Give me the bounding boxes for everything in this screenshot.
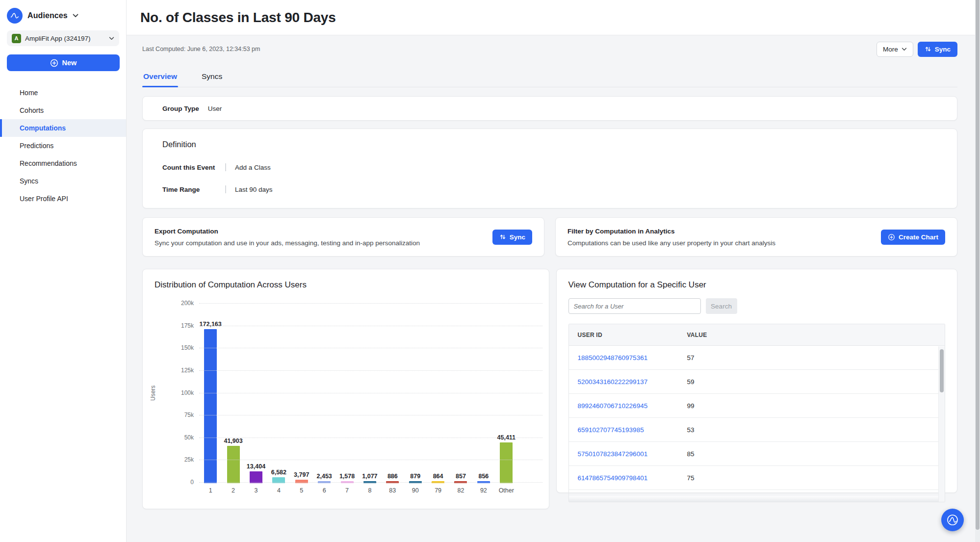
bar-value-label: 864 (433, 473, 443, 480)
x-tick-label: 83 (381, 487, 404, 494)
divider (225, 163, 226, 171)
more-button-label: More (883, 46, 898, 53)
last-computed-text: Last Computed: June 6, 2023, 12:34:53 pm (142, 46, 260, 52)
sidebar-nav: HomeCohortsComputationsPredictionsRecomm… (0, 84, 126, 207)
sidebar-item-home[interactable]: Home (0, 84, 126, 102)
table-scroll-fade (569, 496, 945, 502)
time-range-label: Time Range (162, 186, 225, 193)
x-tick-label: 8 (359, 487, 381, 494)
y-tick-label: 200k (158, 300, 194, 307)
table-row: 575010782384729600185 (569, 442, 945, 466)
gridline (199, 370, 542, 371)
x-tick-label: 2 (222, 487, 244, 494)
definition-title: Definition (162, 140, 937, 149)
chevron-down-icon (109, 37, 114, 40)
sidebar-item-recommendations[interactable]: Recommendations (0, 155, 126, 172)
table-scrollbar-thumb[interactable] (940, 349, 944, 392)
export-computation-card: Export Computation Sync your computation… (142, 217, 544, 257)
filter-title: Filter by Computation in Analytics (567, 228, 775, 235)
product-switcher[interactable]: Audiences (0, 0, 126, 30)
gridline (199, 326, 542, 326)
user-id-link[interactable]: 659102707745193985 (569, 426, 687, 434)
toolbar-actions: More Sync (877, 42, 957, 57)
y-tick-label: 100k (158, 389, 194, 396)
user-id-link[interactable]: 5750107823847296001 (569, 450, 687, 458)
page-scrollbar[interactable] (975, 0, 980, 542)
bar-value-label: 172,163 (200, 321, 222, 328)
bar-3[interactable] (250, 471, 262, 483)
user-search-input[interactable] (568, 298, 701, 314)
user-value: 53 (687, 426, 945, 434)
tab-overview[interactable]: Overview (142, 72, 178, 87)
sidebar-item-predictions[interactable]: Predictions (0, 137, 126, 155)
bar-slot: 879 (404, 473, 427, 483)
bar-slot: 172,163 (199, 321, 222, 483)
x-tick-label: 6 (313, 487, 335, 494)
user-id-link[interactable]: 5200343160222299137 (569, 378, 687, 386)
sidebar-item-user-profile-api[interactable]: User Profile API (0, 190, 126, 207)
x-axis-labels: 123456788390798292Other (199, 487, 518, 494)
create-chart-button[interactable]: Create Chart (881, 230, 945, 245)
bottom-row: Distribution of Computation Across Users… (142, 269, 957, 509)
bar-value-label: 886 (387, 473, 398, 480)
sync-button-label: Sync (935, 46, 951, 53)
page-scrollbar-thumb[interactable] (976, 0, 980, 530)
export-title: Export Computation (155, 228, 420, 235)
bar-value-label: 1,578 (339, 473, 355, 480)
bar-slot: 1,077 (359, 473, 381, 483)
bar-2[interactable] (227, 446, 240, 483)
export-description: Sync your computation and use in your ad… (155, 239, 420, 247)
group-type-card: Group Type User (142, 96, 957, 121)
sidebar-item-cohorts[interactable]: Cohorts (0, 102, 126, 119)
tab-syncs[interactable]: Syncs (201, 72, 223, 87)
user-table-header: USER ID VALUE (569, 324, 945, 346)
count-event-value: Add a Class (235, 164, 271, 171)
sidebar-item-syncs[interactable]: Syncs (0, 172, 126, 190)
bar-slot: 1,578 (335, 473, 358, 483)
arrows-up-down-icon (499, 233, 506, 240)
bar-value-label: 13,404 (247, 463, 265, 470)
gridline (199, 348, 542, 348)
user-value: 75 (687, 474, 945, 482)
new-button-label: New (62, 59, 77, 67)
x-tick-label: 90 (404, 487, 427, 494)
tab-bar: Overview Syncs (142, 72, 957, 87)
distribution-chart-card: Distribution of Computation Across Users… (142, 269, 549, 509)
bars: 172,16341,90313,4046,5823,7972,4531,5781… (199, 321, 518, 483)
sync-button[interactable]: Sync (918, 42, 957, 57)
y-tick-label: 150k (158, 344, 194, 351)
bar-slot: 6,582 (267, 469, 290, 483)
app-selector[interactable]: A AmpliFit App (324197) (7, 30, 119, 46)
gridline (199, 415, 542, 415)
amplitude-fab-button[interactable] (941, 509, 964, 531)
x-tick-label: 5 (290, 487, 313, 494)
user-search-button[interactable]: Search (706, 298, 737, 314)
user-id-link[interactable]: 8992460706710226945 (569, 402, 687, 410)
x-tick-label: 82 (449, 487, 472, 494)
title-bar: No. of Classes in Last 90 Days (127, 0, 980, 35)
user-id-link[interactable]: 1885002948760975361 (569, 354, 687, 361)
export-sync-button[interactable]: Sync (492, 230, 532, 245)
bar-slot: 864 (427, 473, 449, 483)
bar-slot: 857 (449, 473, 472, 483)
filter-text: Filter by Computation in Analytics Compu… (567, 228, 775, 247)
y-tick-label: 75k (158, 412, 194, 418)
app-name: AmpliFit App (324197) (25, 35, 105, 42)
y-tick-label: 25k (158, 456, 194, 463)
user-id-link[interactable]: 6147865754909798401 (569, 474, 687, 482)
user-lookup-title: View Computation for a Specific User (568, 280, 946, 290)
table-row: 65910270774519398553 (569, 418, 945, 442)
value-header: VALUE (687, 332, 945, 338)
more-button[interactable]: More (877, 42, 913, 57)
chevron-down-icon (73, 14, 78, 18)
bar-other[interactable] (500, 442, 513, 483)
sidebar-item-computations[interactable]: Computations (0, 119, 126, 137)
filter-analytics-card: Filter by Computation in Analytics Compu… (555, 217, 957, 257)
new-button[interactable]: New (7, 54, 120, 71)
table-scrollbar[interactable] (938, 346, 945, 502)
x-tick-label: 7 (335, 487, 358, 494)
gridline (199, 482, 542, 483)
bar-value-label: 41,903 (224, 438, 242, 444)
gridline (199, 438, 542, 438)
app-badge: A (12, 34, 21, 43)
